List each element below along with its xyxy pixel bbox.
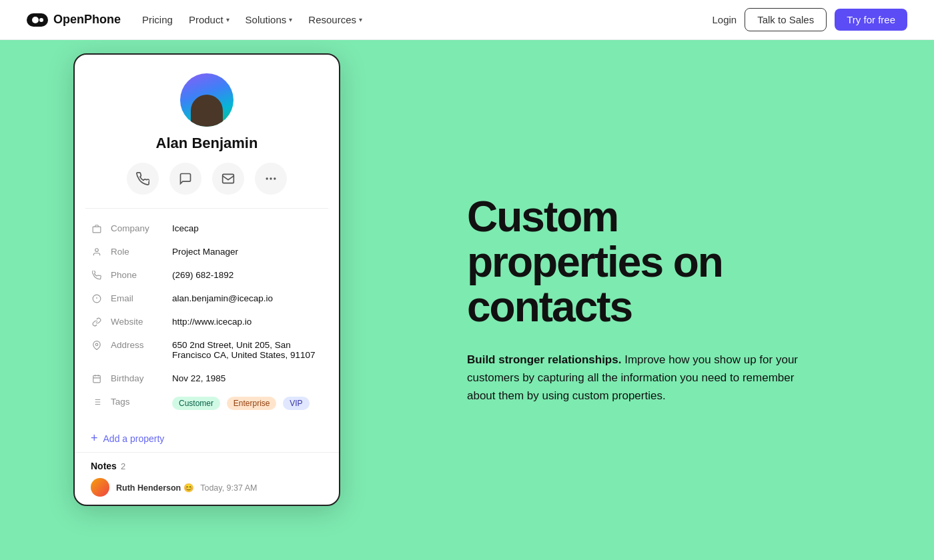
card-header: Alan Benjamin <box>75 55 339 208</box>
nav-right: Login Talk to Sales Try for free <box>712 8 907 31</box>
prop-phone: Phone (269) 682-1892 <box>75 263 339 287</box>
svg-point-1 <box>32 17 39 23</box>
notes-label: Notes <box>91 461 117 471</box>
nav-pricing[interactable]: Pricing <box>142 14 173 25</box>
company-value: Icecap <box>172 223 323 233</box>
email-button[interactable] <box>212 163 244 195</box>
birthday-icon <box>91 374 103 383</box>
prop-address: Address 650 2nd Street, Unit 205, San Fr… <box>75 333 339 367</box>
more-icon <box>264 172 278 185</box>
notes-count: 2 <box>121 461 125 471</box>
email-icon <box>221 172 235 185</box>
action-buttons <box>127 163 287 195</box>
navbar: OpenPhone Pricing Product ▾ Solutions ▾ … <box>0 0 934 40</box>
left-panel: Alan Benjamin <box>0 40 414 560</box>
note-meta: Ruth Henderson 😊 Today, 9:37 AM <box>116 483 257 493</box>
nav-left: OpenPhone Pricing Product ▾ Solutions ▾ … <box>27 13 362 27</box>
hero-text: Custom properties on contacts Build stro… <box>467 195 814 405</box>
prop-role: Role Project Manager <box>75 240 339 263</box>
svg-point-2 <box>39 18 43 22</box>
svg-rect-7 <box>93 227 101 233</box>
note-author-name: Ruth Henderson <box>116 483 181 493</box>
resources-chevron-icon: ▾ <box>359 16 362 23</box>
address-value: 650 2nd Street, Unit 205, San Francisco … <box>172 340 323 360</box>
note-time: Today, 9:37 AM <box>200 483 257 493</box>
add-property-button[interactable]: + Add a property <box>75 425 339 452</box>
call-button[interactable] <box>127 163 159 195</box>
nav-links: Pricing Product ▾ Solutions ▾ Resources … <box>142 14 362 25</box>
website-icon <box>91 317 103 327</box>
nav-resources[interactable]: Resources ▾ <box>308 14 362 25</box>
logo-text: OpenPhone <box>53 13 121 27</box>
tags-label: Tags <box>111 397 164 407</box>
message-button[interactable] <box>169 163 201 195</box>
email-label: Email <box>111 293 164 303</box>
prop-email: Email alan.benjamin@icecap.io <box>75 287 339 310</box>
properties-list: Company Icecap Role Project Manager Phon… <box>75 209 339 425</box>
tag-customer[interactable]: Customer <box>172 397 220 410</box>
email-value: alan.benjamin@icecap.io <box>172 293 323 303</box>
address-icon <box>91 341 103 350</box>
hero-title: Custom properties on contacts <box>467 195 814 329</box>
role-icon <box>91 247 103 257</box>
svg-point-10 <box>95 343 98 346</box>
phone-icon <box>136 172 149 185</box>
note-author-avatar <box>91 478 109 497</box>
hero-desc-bold: Build stronger relationships. <box>467 353 621 366</box>
solutions-chevron-icon: ▾ <box>289 16 292 23</box>
prop-website: Website http://www.icecap.io <box>75 310 339 333</box>
chat-icon <box>179 172 192 185</box>
website-value: http://www.icecap.io <box>172 317 323 327</box>
svg-point-5 <box>270 177 272 179</box>
nav-solutions[interactable]: Solutions ▾ <box>246 14 293 25</box>
prop-tags: Tags Customer Enterprise VIP <box>75 390 339 417</box>
tag-vip[interactable]: VIP <box>283 397 309 410</box>
prop-company: Company Icecap <box>75 217 339 240</box>
nav-product[interactable]: Product ▾ <box>189 14 229 25</box>
logo[interactable]: OpenPhone <box>27 13 121 27</box>
right-panel: Custom properties on contacts Build stro… <box>414 40 934 560</box>
main-content: Alan Benjamin <box>0 40 934 560</box>
birthday-value: Nov 22, 1985 <box>172 373 323 383</box>
prop-birthday: Birthday Nov 22, 1985 <box>75 367 339 390</box>
contact-card: Alan Benjamin <box>73 53 340 506</box>
svg-point-4 <box>266 177 268 179</box>
company-icon <box>91 224 103 233</box>
svg-point-8 <box>95 249 99 252</box>
product-chevron-icon: ▾ <box>226 16 229 23</box>
role-value: Project Manager <box>172 247 323 257</box>
svg-rect-11 <box>93 375 101 383</box>
contact-name: Alan Benjamin <box>156 135 258 152</box>
try-for-free-button[interactable]: Try for free <box>835 9 907 31</box>
tag-enterprise[interactable]: Enterprise <box>227 397 277 410</box>
website-label: Website <box>111 317 164 327</box>
avatar <box>180 73 234 127</box>
address-label: Address <box>111 340 164 350</box>
svg-point-6 <box>274 177 276 179</box>
phone-prop-icon <box>91 271 103 280</box>
phone-label: Phone <box>111 270 164 280</box>
hero-description: Build stronger relationships. Improve ho… <box>467 351 814 405</box>
phone-value: (269) 682-1892 <box>172 270 323 280</box>
talk-to-sales-button[interactable]: Talk to Sales <box>745 8 827 31</box>
logo-icon <box>27 13 48 27</box>
note-emoji: 😊 <box>183 483 194 493</box>
more-button[interactable] <box>255 163 287 195</box>
notes-header: Notes 2 <box>91 461 323 471</box>
tags-icon <box>91 397 103 407</box>
login-button[interactable]: Login <box>712 14 737 25</box>
notes-section: Notes 2 Ruth Henderson 😊 Today, 9:37 AM <box>75 452 339 505</box>
note-preview: Ruth Henderson 😊 Today, 9:37 AM <box>91 478 323 497</box>
plus-icon: + <box>91 431 98 445</box>
tags-value: Customer Enterprise VIP <box>172 397 323 410</box>
birthday-label: Birthday <box>111 373 164 383</box>
add-property-label: Add a property <box>103 433 165 444</box>
svg-rect-3 <box>223 174 234 183</box>
company-label: Company <box>111 223 164 233</box>
email-prop-icon <box>91 294 103 303</box>
role-label: Role <box>111 247 164 257</box>
